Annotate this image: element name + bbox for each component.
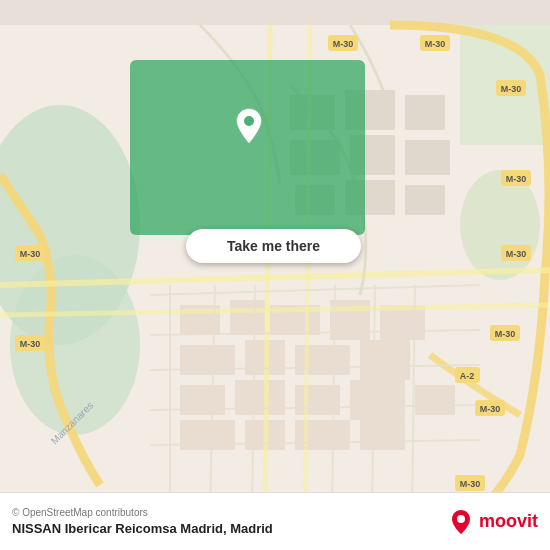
svg-rect-22 [360, 420, 405, 450]
moovit-icon [447, 508, 475, 536]
svg-rect-17 [350, 380, 405, 420]
svg-text:M-30: M-30 [333, 39, 354, 49]
svg-rect-18 [415, 385, 455, 415]
bottom-bar: © OpenStreetMap contributors NISSAN Iber… [0, 492, 550, 550]
svg-rect-12 [295, 345, 350, 375]
svg-text:M-30: M-30 [20, 249, 41, 259]
svg-rect-6 [230, 300, 265, 335]
location-pin [228, 105, 270, 147]
map-highlight-overlay [130, 60, 365, 235]
svg-text:M-30: M-30 [495, 329, 516, 339]
moovit-logo: moovit [447, 508, 538, 536]
svg-text:M-30: M-30 [480, 404, 501, 414]
svg-text:M-30: M-30 [425, 39, 446, 49]
take-me-there-button[interactable]: Take me there [186, 229, 361, 263]
location-name: NISSAN Ibericar Reicomsa Madrid, Madrid [12, 521, 273, 536]
svg-rect-14 [180, 385, 225, 415]
svg-rect-10 [180, 345, 235, 375]
map-container: M-30 M-30 M-30 M-30 M-30 M-30 M-30 M-30 … [0, 0, 550, 550]
bottom-left-info: © OpenStreetMap contributors NISSAN Iber… [12, 507, 273, 536]
svg-text:M-30: M-30 [501, 84, 522, 94]
svg-rect-15 [235, 380, 285, 415]
svg-text:M-30: M-30 [460, 479, 481, 489]
svg-point-4 [460, 170, 540, 280]
svg-point-71 [244, 116, 254, 126]
moovit-text: moovit [479, 511, 538, 532]
svg-rect-21 [295, 420, 350, 450]
svg-text:M-30: M-30 [506, 249, 527, 259]
svg-rect-25 [405, 95, 445, 130]
svg-text:A-2: A-2 [460, 371, 475, 381]
svg-rect-28 [405, 140, 450, 175]
svg-text:M-30: M-30 [506, 174, 527, 184]
svg-rect-31 [405, 185, 445, 215]
svg-text:M-30: M-30 [20, 339, 41, 349]
svg-rect-13 [360, 340, 410, 380]
svg-point-72 [457, 515, 465, 523]
svg-rect-19 [180, 420, 235, 450]
copyright-text: © OpenStreetMap contributors [12, 507, 273, 518]
